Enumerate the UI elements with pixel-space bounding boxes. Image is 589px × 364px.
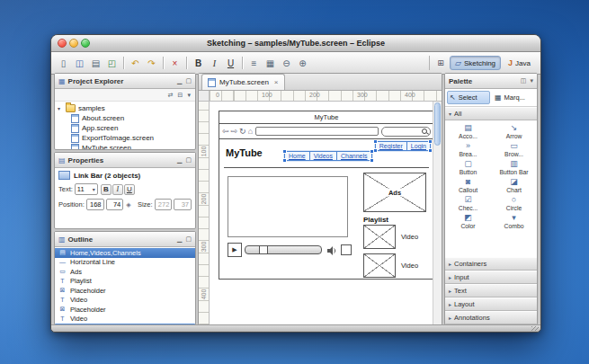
- palette-item-browser[interactable]: ▭ Brow...: [491, 140, 537, 158]
- underline-button[interactable]: U: [223, 56, 238, 71]
- ads-placeholder-widget[interactable]: Ads: [363, 173, 426, 212]
- resize-grip[interactable]: [531, 326, 539, 331]
- auth-link[interactable]: Login: [407, 142, 430, 150]
- close-window-button[interactable]: [58, 39, 67, 48]
- palette-title[interactable]: Palette: [449, 77, 472, 85]
- outline-item-video-2[interactable]: T Video: [55, 315, 195, 324]
- palette-layout-icon[interactable]: ◫: [521, 77, 527, 84]
- drawer-layout[interactable]: ▸ Layout: [445, 297, 537, 311]
- outline-item-playlist[interactable]: T Playlist: [55, 277, 195, 287]
- save-button[interactable]: ◫: [72, 56, 87, 71]
- auth-linkbar-widget[interactable]: RegisterLogin: [375, 141, 431, 151]
- maximize-view-icon[interactable]: ▢: [185, 77, 192, 84]
- minimize-window-button[interactable]: [69, 39, 78, 48]
- outline-item-placeholder-2[interactable]: ⊠ Placeholder: [55, 305, 195, 315]
- window-titlebar[interactable]: Sketching – samples/MyTube.screen – Ecli…: [51, 35, 540, 52]
- palette-item-chart[interactable]: ◪ Chart: [491, 176, 537, 194]
- zoom-out-button[interactable]: ⊖: [279, 56, 294, 71]
- nav-link[interactable]: Home: [285, 152, 310, 160]
- auth-link[interactable]: Register: [376, 142, 407, 150]
- outline-item-linkbar-nav[interactable]: ▤ Home,Videos,Channels: [55, 248, 195, 258]
- fullscreen-button-widget[interactable]: [341, 244, 352, 255]
- tree-item-screen[interactable]: ExportToImage.screen: [58, 133, 192, 143]
- selection-handle[interactable]: [374, 149, 377, 152]
- playlist-row[interactable]: Video: [363, 225, 418, 249]
- back-icon[interactable]: ⇦: [222, 127, 229, 136]
- selection-handle[interactable]: [429, 140, 432, 143]
- palette-menu-icon[interactable]: ▾: [530, 77, 533, 84]
- outline-item-placeholder-1[interactable]: ⊠ Placeholder: [55, 286, 195, 296]
- tool-marquee[interactable]: ▦ Marq...: [492, 91, 535, 104]
- perspective-java[interactable]: J Java: [503, 56, 536, 70]
- video-label[interactable]: Video: [401, 233, 418, 241]
- refresh-icon[interactable]: ↻: [239, 127, 246, 136]
- drawer-annotations[interactable]: ▸ Annotations: [445, 311, 537, 324]
- position-y-field[interactable]: 74: [106, 199, 124, 210]
- seek-slider-widget[interactable]: [245, 245, 322, 254]
- selection-handle[interactable]: [370, 150, 373, 153]
- video-placeholder-widget[interactable]: [363, 253, 396, 278]
- outline-item-video-1[interactable]: T Video: [55, 296, 195, 306]
- palette-item-circle[interactable]: ○ Circle: [491, 194, 537, 212]
- selection-handle[interactable]: [374, 140, 377, 143]
- design-canvas[interactable]: MyTube ⇦⇨↻⌂ MyTube: [210, 102, 433, 324]
- playlist-label[interactable]: Playlist: [363, 216, 388, 224]
- undo-button[interactable]: ↶: [128, 56, 143, 71]
- video-label[interactable]: Video: [401, 262, 418, 270]
- italic-button[interactable]: I: [207, 56, 222, 71]
- maximize-view-icon[interactable]: ▢: [185, 235, 192, 243]
- tree-item-project[interactable]: ▾ samples: [58, 103, 192, 113]
- minimize-view-icon[interactable]: ▁: [177, 77, 182, 84]
- video-placeholder-widget[interactable]: [363, 225, 396, 249]
- size-height-field[interactable]: 37: [174, 199, 192, 210]
- tool-select[interactable]: ↖ Select: [447, 91, 490, 104]
- scrollbar-thumb[interactable]: [434, 102, 441, 146]
- volume-icon[interactable]: [326, 244, 337, 254]
- constrain-icon[interactable]: ◈: [125, 201, 131, 209]
- url-field[interactable]: [255, 127, 379, 136]
- delete-button[interactable]: ×: [167, 56, 183, 71]
- nav-link[interactable]: Videos: [310, 152, 337, 160]
- playlist-row[interactable]: Video: [363, 253, 418, 278]
- slider-knob[interactable]: [259, 245, 268, 254]
- palette-item-accordion[interactable]: ▤ Acco...: [445, 122, 491, 140]
- editor-scrollbar[interactable]: [433, 102, 442, 324]
- nav-link[interactable]: Channels: [337, 152, 371, 160]
- zoom-window-button[interactable]: [81, 39, 90, 48]
- italic-toggle[interactable]: I: [112, 184, 123, 195]
- perspective-sketching[interactable]: ▱ Sketching: [450, 56, 501, 70]
- browser-window-widget[interactable]: MyTube ⇦⇨↻⌂ MyTube: [219, 111, 433, 280]
- outline-item-horizontal-line[interactable]: ― Horizontal Line: [55, 258, 195, 268]
- selection-handle[interactable]: [370, 159, 373, 162]
- drawer-all[interactable]: ▾ All: [445, 107, 537, 120]
- tree-item-screen[interactable]: MyTube.screen: [58, 143, 192, 149]
- group-button[interactable]: ▦: [263, 56, 278, 71]
- video-screen-widget[interactable]: [228, 176, 348, 237]
- link-editor-icon[interactable]: ⇄: [168, 92, 174, 99]
- export-image-button[interactable]: ◰: [104, 56, 120, 71]
- selection-handle[interactable]: [429, 149, 432, 152]
- play-button-widget[interactable]: ▶: [228, 243, 242, 257]
- minimize-view-icon[interactable]: ▁: [177, 156, 182, 164]
- collapse-all-icon[interactable]: ⊟: [178, 92, 183, 99]
- size-width-field[interactable]: 272: [155, 199, 173, 210]
- palette-item-breadcrumb[interactable]: » Brea...: [445, 140, 491, 158]
- drawer-containers[interactable]: ▸ Containers: [445, 257, 537, 271]
- print-button[interactable]: ▤: [88, 56, 103, 71]
- close-tab-icon[interactable]: ×: [274, 78, 279, 86]
- nav-linkbar-widget[interactable]: HomeVideosChannels: [284, 151, 372, 161]
- underline-toggle[interactable]: U: [124, 184, 135, 195]
- view-menu-icon[interactable]: ▾: [187, 92, 191, 99]
- expand-arrow-icon[interactable]: ▾: [58, 105, 63, 111]
- drawer-input[interactable]: ▸ Input: [445, 271, 537, 284]
- home-icon[interactable]: ⌂: [248, 127, 253, 136]
- browser-titlebar[interactable]: MyTube: [219, 111, 433, 124]
- zoom-in-button[interactable]: ⊕: [295, 56, 310, 71]
- search-field[interactable]: [381, 127, 431, 137]
- bold-button[interactable]: B: [191, 56, 206, 71]
- selection-handle[interactable]: [283, 150, 286, 153]
- palette-item-color[interactable]: ◩ Color: [445, 212, 491, 230]
- bold-toggle[interactable]: B: [101, 184, 112, 195]
- palette-item-arrow[interactable]: ↘ Arrow: [491, 122, 537, 140]
- tree-item-screen[interactable]: App.screen: [58, 123, 192, 133]
